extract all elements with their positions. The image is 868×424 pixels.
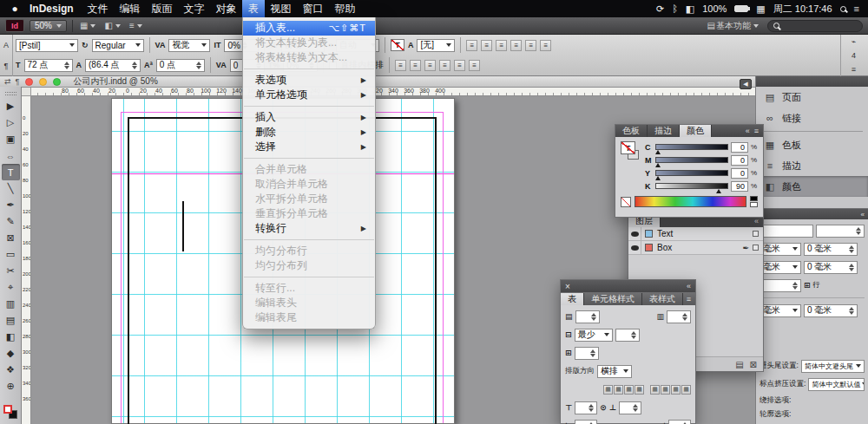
text-rotate-180-icon[interactable]: ▦ (671, 385, 681, 395)
offset-field-2[interactable]: 0 毫米 (804, 261, 858, 274)
tab-table-styles[interactable]: 表样式 (642, 293, 683, 305)
menu-item-convert-table-to-text[interactable]: 将表格转换为文本... (243, 50, 375, 65)
panel-collapse-icon[interactable]: « (754, 217, 759, 225)
color-panel-header[interactable]: 色板 描边 颜色 « ≡ (615, 125, 763, 137)
menubar-item-view[interactable]: 视图 (265, 0, 297, 17)
dock-item-links[interactable]: ∞ 链接 (756, 108, 868, 128)
justify-left-icon[interactable]: ≡ (510, 40, 522, 51)
workspace-switcher[interactable]: ▤基本功能 (706, 20, 760, 32)
line-count-field[interactable] (760, 279, 801, 292)
menu-item-distribute-columns-evenly[interactable]: 均匀分布列 (243, 258, 375, 273)
menubar-item-file[interactable]: 文件 (82, 0, 114, 17)
menu-item-table-options[interactable]: 表选项▶ (243, 73, 375, 88)
unit-select-2[interactable]: 毫米 (760, 261, 801, 274)
yellow-value-field[interactable]: 0 (731, 168, 748, 179)
cell-align-bottom-icon[interactable]: ▦ (624, 385, 634, 395)
menu-item-select[interactable]: 选择▶ (243, 140, 375, 154)
mojikumi-select[interactable]: 简体中文默认值 (808, 378, 865, 391)
indent-right-icon[interactable]: ≡ (454, 60, 465, 71)
baseline-shift-field[interactable]: 0 点 (156, 59, 205, 72)
paragraph-style-select[interactable]: [Pstil] (16, 39, 78, 52)
kinsoku-select[interactable]: 简体中文避头尾 (801, 360, 865, 373)
panel-collapse-icon[interactable]: « (687, 282, 691, 290)
control-panel-menu-icon[interactable]: ≡ (852, 65, 856, 74)
cyan-value-field[interactable]: 0 (731, 142, 748, 153)
menu-item-distribute-rows-evenly[interactable]: 均匀分布行 (243, 244, 375, 258)
inset-right-field[interactable] (668, 420, 691, 424)
new-layer-icon[interactable]: ▤ (735, 360, 743, 369)
cell-align-center-icon[interactable]: ▦ (614, 385, 623, 395)
pen-tool[interactable]: ✒ (2, 197, 20, 213)
panel-menu-icon[interactable]: ≡ (754, 127, 759, 135)
cell-align-justify-icon[interactable]: ▦ (635, 385, 644, 395)
align-left-icon[interactable]: ≡ (466, 40, 477, 51)
table-panel-titlebar[interactable]: × « (561, 280, 695, 292)
menubar-item-window[interactable]: 窗口 (297, 0, 329, 17)
horizontal-ruler[interactable]: 8060402002040608010012014016018020022024… (22, 88, 755, 96)
magenta-value-field[interactable]: 0 (731, 155, 748, 166)
free-transform-tool[interactable]: ⌖ (2, 279, 20, 296)
dock-header[interactable] (756, 76, 868, 87)
refresh-style-icon[interactable]: ↻ (82, 41, 89, 49)
menu-item-merge-cells[interactable]: 合并单元格 (243, 162, 375, 177)
close-icon[interactable]: × (561, 282, 575, 291)
black-slider[interactable] (655, 183, 728, 189)
app-menu-title[interactable]: InDesign (30, 3, 82, 15)
justify-right-icon[interactable]: ≡ (540, 40, 551, 51)
dock-item-color[interactable]: ◧ 颜色 (756, 176, 868, 197)
text-rotate-270-icon[interactable]: ▦ (681, 385, 691, 395)
menu-item-insert-table[interactable]: 插入表... ⌥⇧⌘T (243, 21, 375, 36)
black-swatch[interactable] (750, 196, 758, 201)
menubar-item-help[interactable]: 帮助 (329, 0, 361, 17)
tab-swatches[interactable]: 色板 (615, 125, 648, 137)
delete-layer-icon[interactable]: ⊠ (750, 360, 757, 369)
vertical-ruler[interactable]: 0204060801001201401601802002202402602803… (22, 96, 31, 424)
font-style-select[interactable]: Regular (92, 39, 144, 52)
layer-row-text[interactable]: Text (628, 227, 763, 241)
zoom-level-select[interactable]: 50% (30, 20, 67, 32)
menu-item-unmerge-cells[interactable]: 取消合并单元格 (243, 177, 375, 192)
character-mode-button[interactable]: A (0, 35, 12, 55)
note-tool[interactable]: ◧ (2, 329, 20, 345)
inset-bottom-field[interactable] (619, 401, 641, 414)
hand-tool[interactable]: ❖ (2, 362, 20, 378)
battery-icon[interactable] (734, 5, 748, 12)
panel-collapse-icon[interactable]: « (861, 211, 865, 219)
view-options-button[interactable]: ▦ (78, 21, 97, 30)
kerning-select[interactable]: 视觉 (168, 39, 210, 52)
menu-item-split-cell-horizontally[interactable]: 水平拆分单元格 (243, 192, 375, 206)
font-size-field[interactable]: 72 点 (24, 59, 73, 72)
menu-item-split-cell-vertically[interactable]: 垂直拆分单元格 (243, 206, 375, 221)
menu-item-cell-options[interactable]: 单元格选项▶ (243, 88, 375, 102)
row-height-value-field[interactable] (615, 329, 640, 342)
screen-mode-button[interactable]: ◧ (102, 21, 122, 30)
menu-item-go-to-row[interactable]: 转至行... (243, 281, 375, 296)
selection-tool[interactable]: ▶ (2, 98, 20, 114)
menu-item-insert[interactable]: 插入▶ (243, 110, 375, 125)
indent-left-icon[interactable]: ≡ (439, 60, 450, 71)
rectangle-tool[interactable]: ▭ (2, 246, 20, 263)
magenta-slider[interactable] (655, 157, 728, 163)
unit-select-1[interactable]: 毫米 (760, 243, 801, 256)
display-icon[interactable]: ◧ (686, 3, 694, 15)
menu-item-edit-footer[interactable]: 编辑表尾 (243, 310, 375, 325)
text-rotate-0-icon[interactable]: ▦ (650, 385, 660, 395)
gap-tool[interactable]: ⇔ (2, 147, 20, 164)
layer-name[interactable]: Text (657, 229, 673, 238)
menubar-item-table[interactable]: 表 (242, 0, 265, 17)
visibility-toggle[interactable] (628, 227, 641, 240)
dock-item-swatches[interactable]: ▦ 色板 (756, 134, 868, 155)
align-middle-icon[interactable]: ≡ (410, 60, 421, 71)
unit-select-3[interactable]: 毫米 (760, 304, 801, 317)
layer-select-box[interactable] (753, 231, 759, 237)
offset-field-1[interactable]: 0 毫米 (804, 243, 858, 256)
align-center-icon[interactable]: ≡ (481, 40, 492, 51)
rectangle-frame-tool[interactable]: ⊠ (2, 230, 20, 246)
close-window-button[interactable] (25, 78, 33, 86)
menu-item-delete[interactable]: 删除▶ (243, 125, 375, 140)
dock-item-pages[interactable]: ▤ 页面 (756, 87, 868, 108)
pencil-tool[interactable]: ✎ (2, 213, 20, 230)
eyedropper-tool[interactable]: ◆ (2, 345, 20, 362)
type-tool[interactable]: T (2, 164, 20, 180)
zoom-window-button[interactable] (53, 78, 61, 86)
